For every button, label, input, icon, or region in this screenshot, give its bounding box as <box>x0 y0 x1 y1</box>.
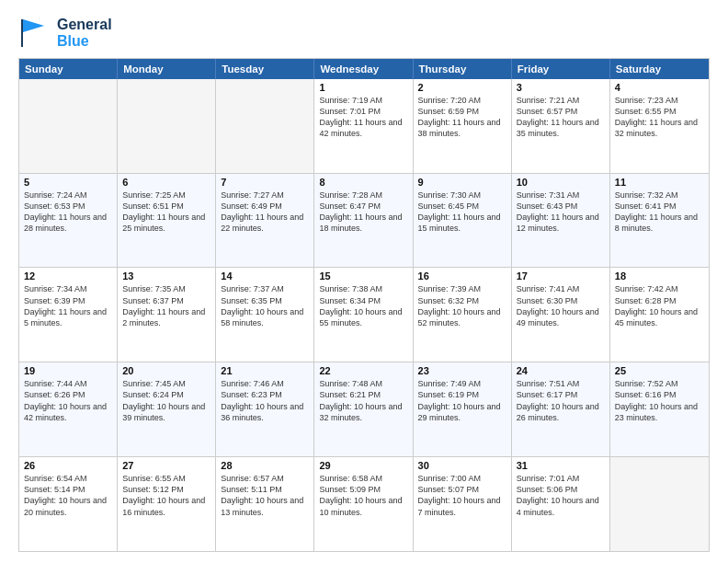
day-cell: 25Sunrise: 7:52 AM Sunset: 6:16 PM Dayli… <box>610 362 709 456</box>
day-cell: 13Sunrise: 7:35 AM Sunset: 6:37 PM Dayli… <box>118 268 216 362</box>
day-header-sunday: Sunday <box>19 59 118 79</box>
day-info: Sunrise: 7:27 AM Sunset: 6:49 PM Dayligh… <box>221 190 309 235</box>
day-info: Sunrise: 7:01 AM Sunset: 5:06 PM Dayligh… <box>517 473 605 518</box>
day-cell: 8Sunrise: 7:28 AM Sunset: 6:47 PM Daylig… <box>314 174 413 268</box>
day-info: Sunrise: 7:28 AM Sunset: 6:47 PM Dayligh… <box>319 190 407 235</box>
day-cell: 4Sunrise: 7:23 AM Sunset: 6:55 PM Daylig… <box>610 79 709 173</box>
day-cell: 2Sunrise: 7:20 AM Sunset: 6:59 PM Daylig… <box>414 79 512 173</box>
day-header-saturday: Saturday <box>610 59 709 79</box>
day-info: Sunrise: 7:23 AM Sunset: 6:55 PM Dayligh… <box>615 95 704 140</box>
day-cell: 22Sunrise: 7:48 AM Sunset: 6:21 PM Dayli… <box>314 362 413 456</box>
day-info: Sunrise: 7:35 AM Sunset: 6:37 PM Dayligh… <box>122 283 210 328</box>
day-info: Sunrise: 7:34 AM Sunset: 6:39 PM Dayligh… <box>24 283 112 328</box>
day-number: 26 <box>24 460 112 471</box>
day-number: 28 <box>221 460 309 471</box>
day-number: 31 <box>517 460 605 471</box>
day-info: Sunrise: 6:54 AM Sunset: 5:14 PM Dayligh… <box>24 473 112 518</box>
day-info: Sunrise: 7:46 AM Sunset: 6:23 PM Dayligh… <box>221 378 309 423</box>
week-row-5: 26Sunrise: 6:54 AM Sunset: 5:14 PM Dayli… <box>19 456 709 551</box>
logo: GeneralBlue <box>18 17 112 51</box>
day-number: 9 <box>418 177 506 188</box>
week-row-2: 5Sunrise: 7:24 AM Sunset: 6:53 PM Daylig… <box>19 173 709 268</box>
day-number: 12 <box>24 270 112 282</box>
day-number: 14 <box>221 270 309 282</box>
day-number: 23 <box>418 365 506 376</box>
day-number: 22 <box>319 365 407 376</box>
day-number: 13 <box>122 270 210 282</box>
day-cell: 28Sunrise: 6:57 AM Sunset: 5:11 PM Dayli… <box>216 457 314 551</box>
day-number: 7 <box>221 177 309 188</box>
day-info: Sunrise: 7:39 AM Sunset: 6:32 PM Dayligh… <box>418 283 506 328</box>
day-cell: 18Sunrise: 7:42 AM Sunset: 6:28 PM Dayli… <box>610 268 709 362</box>
weeks: 1Sunrise: 7:19 AM Sunset: 7:01 PM Daylig… <box>19 79 709 551</box>
day-number: 11 <box>615 177 704 188</box>
day-number: 8 <box>319 177 407 188</box>
day-number: 17 <box>517 270 605 282</box>
day-cell: 11Sunrise: 7:32 AM Sunset: 6:41 PM Dayli… <box>610 174 709 268</box>
day-info: Sunrise: 7:42 AM Sunset: 6:28 PM Dayligh… <box>615 283 704 328</box>
day-info: Sunrise: 7:48 AM Sunset: 6:21 PM Dayligh… <box>319 378 407 423</box>
day-info: Sunrise: 7:25 AM Sunset: 6:51 PM Dayligh… <box>122 190 210 235</box>
day-number: 3 <box>517 82 605 93</box>
week-row-1: 1Sunrise: 7:19 AM Sunset: 7:01 PM Daylig… <box>19 79 709 173</box>
day-cell: 1Sunrise: 7:19 AM Sunset: 7:01 PM Daylig… <box>314 79 413 173</box>
day-header-monday: Monday <box>118 59 216 79</box>
week-row-4: 19Sunrise: 7:44 AM Sunset: 6:26 PM Dayli… <box>19 362 709 456</box>
header: GeneralBlue <box>18 17 710 51</box>
day-cell: 17Sunrise: 7:41 AM Sunset: 6:30 PM Dayli… <box>512 268 610 362</box>
day-number: 24 <box>517 365 605 376</box>
day-cell: 7Sunrise: 7:27 AM Sunset: 6:49 PM Daylig… <box>216 174 314 268</box>
day-cell: 24Sunrise: 7:51 AM Sunset: 6:17 PM Dayli… <box>512 362 610 456</box>
day-info: Sunrise: 7:44 AM Sunset: 6:26 PM Dayligh… <box>24 378 112 423</box>
day-info: Sunrise: 7:41 AM Sunset: 6:30 PM Dayligh… <box>517 283 605 328</box>
day-cell <box>216 79 314 173</box>
day-header-friday: Friday <box>512 59 610 79</box>
day-cell: 5Sunrise: 7:24 AM Sunset: 6:53 PM Daylig… <box>19 174 118 268</box>
day-number: 1 <box>319 82 407 93</box>
day-cell: 15Sunrise: 7:38 AM Sunset: 6:34 PM Dayli… <box>314 268 413 362</box>
day-cell: 12Sunrise: 7:34 AM Sunset: 6:39 PM Dayli… <box>19 268 118 362</box>
day-info: Sunrise: 7:37 AM Sunset: 6:35 PM Dayligh… <box>221 283 309 328</box>
day-info: Sunrise: 7:38 AM Sunset: 6:34 PM Dayligh… <box>319 283 407 328</box>
day-cell: 20Sunrise: 7:45 AM Sunset: 6:24 PM Dayli… <box>118 362 216 456</box>
day-cell: 23Sunrise: 7:49 AM Sunset: 6:19 PM Dayli… <box>414 362 512 456</box>
logo-blue: Blue <box>57 33 112 50</box>
day-number: 25 <box>615 365 704 376</box>
day-cell <box>19 79 118 173</box>
day-number: 4 <box>615 82 704 93</box>
day-number: 15 <box>319 270 407 282</box>
svg-marker-1 <box>23 19 44 32</box>
day-cell: 21Sunrise: 7:46 AM Sunset: 6:23 PM Dayli… <box>216 362 314 456</box>
day-number: 19 <box>24 365 112 376</box>
day-number: 18 <box>615 270 704 282</box>
day-info: Sunrise: 7:20 AM Sunset: 6:59 PM Dayligh… <box>418 95 506 140</box>
day-header-tuesday: Tuesday <box>216 59 314 79</box>
day-cell: 30Sunrise: 7:00 AM Sunset: 5:07 PM Dayli… <box>414 457 512 551</box>
day-cell: 3Sunrise: 7:21 AM Sunset: 6:57 PM Daylig… <box>512 79 610 173</box>
day-number: 27 <box>122 460 210 471</box>
logo-general: General <box>57 17 112 33</box>
day-cell: 27Sunrise: 6:55 AM Sunset: 5:12 PM Dayli… <box>118 457 216 551</box>
day-info: Sunrise: 7:00 AM Sunset: 5:07 PM Dayligh… <box>418 473 506 518</box>
day-number: 29 <box>319 460 407 471</box>
day-number: 21 <box>221 365 309 376</box>
logo-svg <box>18 17 51 50</box>
day-number: 2 <box>418 82 506 93</box>
day-info: Sunrise: 6:57 AM Sunset: 5:11 PM Dayligh… <box>221 473 309 518</box>
day-info: Sunrise: 7:30 AM Sunset: 6:45 PM Dayligh… <box>418 190 506 235</box>
day-cell: 16Sunrise: 7:39 AM Sunset: 6:32 PM Dayli… <box>414 268 512 362</box>
day-cell: 6Sunrise: 7:25 AM Sunset: 6:51 PM Daylig… <box>118 174 216 268</box>
day-info: Sunrise: 7:31 AM Sunset: 6:43 PM Dayligh… <box>517 190 605 235</box>
day-cell: 10Sunrise: 7:31 AM Sunset: 6:43 PM Dayli… <box>512 174 610 268</box>
day-number: 6 <box>122 177 210 188</box>
day-cell <box>118 79 216 173</box>
day-info: Sunrise: 7:32 AM Sunset: 6:41 PM Dayligh… <box>615 190 704 235</box>
day-number: 16 <box>418 270 506 282</box>
day-cell: 9Sunrise: 7:30 AM Sunset: 6:45 PM Daylig… <box>414 174 512 268</box>
day-cell: 29Sunrise: 6:58 AM Sunset: 5:09 PM Dayli… <box>314 457 413 551</box>
day-info: Sunrise: 7:49 AM Sunset: 6:19 PM Dayligh… <box>418 378 506 423</box>
day-info: Sunrise: 7:24 AM Sunset: 6:53 PM Dayligh… <box>24 190 112 235</box>
day-info: Sunrise: 7:52 AM Sunset: 6:16 PM Dayligh… <box>615 378 704 423</box>
day-number: 10 <box>517 177 605 188</box>
week-row-3: 12Sunrise: 7:34 AM Sunset: 6:39 PM Dayli… <box>19 267 709 362</box>
